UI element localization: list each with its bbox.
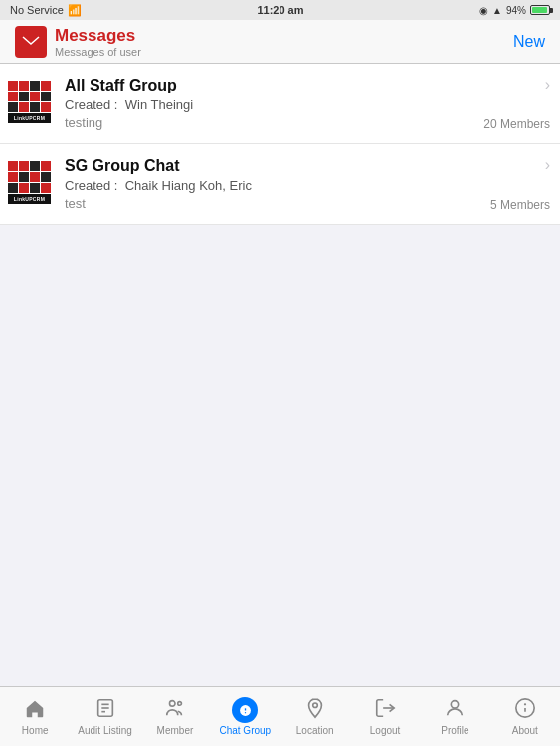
tab-logout[interactable]: Logout xyxy=(350,687,420,746)
group-meta: › 20 Members xyxy=(483,64,550,143)
tab-profile[interactable]: Profile xyxy=(420,687,489,746)
members-count: 20 Members xyxy=(483,117,550,131)
tab-about-label: About xyxy=(512,725,538,736)
status-carrier: No Service 📶 xyxy=(10,4,82,17)
created-label: Created : xyxy=(65,178,117,193)
group-avatar: LinkUPCRM xyxy=(0,144,60,224)
audit-icon xyxy=(94,697,116,723)
profile-icon xyxy=(444,697,466,723)
battery-percent: 94% xyxy=(506,5,526,16)
nav-title: Messages xyxy=(55,26,135,46)
tab-home[interactable]: Home xyxy=(0,687,70,746)
group-name: All Staff Group xyxy=(65,77,530,94)
logo-text: LinkUPCRM xyxy=(14,115,45,121)
main-content: LinkUPCRM All Staff Group Created : Win … xyxy=(0,64,560,686)
svg-point-12 xyxy=(452,701,459,708)
tab-audit[interactable]: Audit Listing xyxy=(70,687,139,746)
chevron-icon: › xyxy=(545,156,550,174)
tab-profile-label: Profile xyxy=(441,725,468,736)
member-icon xyxy=(164,697,186,723)
battery-icon xyxy=(530,5,550,15)
tab-logout-label: Logout xyxy=(370,725,401,736)
svg-point-10 xyxy=(312,703,317,708)
tab-location-label: Location xyxy=(296,725,334,736)
tab-bar: Home Audit Listing Member xyxy=(0,686,560,746)
svg-point-6 xyxy=(178,702,182,706)
group-message: test xyxy=(65,196,530,211)
tab-audit-label: Audit Listing xyxy=(78,725,131,736)
tab-member[interactable]: Member xyxy=(140,687,210,746)
signal-icon: ▲ xyxy=(492,5,502,16)
group-created: Created : Win Theingi xyxy=(65,97,530,112)
nav-title-area: Messages Messages of user xyxy=(55,26,141,58)
created-by: Win Theingi xyxy=(125,97,193,112)
new-button[interactable]: New xyxy=(513,33,545,51)
members-count: 5 Members xyxy=(490,198,550,212)
group-meta: › 5 Members xyxy=(490,144,550,224)
tab-home-label: Home xyxy=(22,725,49,736)
group-avatar: LinkUPCRM xyxy=(0,64,60,143)
group-message: testing xyxy=(65,115,530,130)
app-icon xyxy=(15,26,47,58)
logo-text: LinkUPCRM xyxy=(14,196,45,202)
home-icon xyxy=(24,697,46,723)
tab-about[interactable]: About xyxy=(490,687,560,746)
tab-chat-group-label: Chat Group xyxy=(219,725,271,736)
logout-icon xyxy=(374,697,396,723)
group-info: SG Group Chat Created : Chaik Hiang Koh,… xyxy=(60,144,560,224)
group-item[interactable]: LinkUPCRM All Staff Group Created : Win … xyxy=(0,64,560,144)
chevron-icon: › xyxy=(545,76,550,93)
status-time: 11:20 am xyxy=(257,4,303,16)
chat-group-icon xyxy=(232,697,258,723)
group-created: Created : Chaik Hiang Koh, Eric xyxy=(65,178,530,193)
tab-chat-group[interactable]: Chat Group xyxy=(210,687,280,746)
status-right: ◉ ▲ 94% xyxy=(479,5,550,16)
svg-point-5 xyxy=(169,701,175,707)
tab-member-label: Member xyxy=(157,725,194,736)
group-item[interactable]: LinkUPCRM SG Group Chat Created : Chaik … xyxy=(0,144,560,225)
created-label: Created : xyxy=(65,97,117,112)
location-icon xyxy=(304,697,326,723)
nav-subtitle: Messages of user xyxy=(55,46,141,58)
about-icon xyxy=(514,697,536,723)
group-name: SG Group Chat xyxy=(65,157,530,175)
nav-bar: Messages Messages of user New xyxy=(0,20,560,64)
wifi-icon: 📶 xyxy=(68,4,82,17)
tab-location[interactable]: Location xyxy=(280,687,350,746)
created-by: Chaik Hiang Koh, Eric xyxy=(125,178,252,193)
carrier-text: No Service xyxy=(10,4,64,16)
status-bar: No Service 📶 11:20 am ◉ ▲ 94% xyxy=(0,0,560,20)
location-icon: ◉ xyxy=(479,5,488,16)
group-list: LinkUPCRM All Staff Group Created : Win … xyxy=(0,64,560,225)
